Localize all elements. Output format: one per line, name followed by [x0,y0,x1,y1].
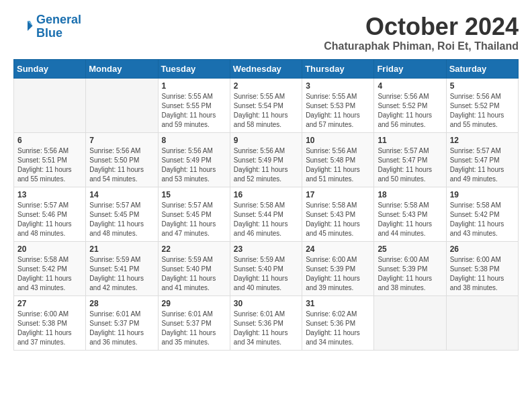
calendar-day-cell [374,295,446,350]
weekday-header-cell: Tuesday [158,59,230,78]
day-number: 13 [17,190,82,199]
calendar-day-cell: 17Sunrise: 5:58 AM Sunset: 5:43 PM Dayli… [302,187,374,241]
day-number: 9 [234,136,298,145]
calendar-week-row: 13Sunrise: 5:57 AM Sunset: 5:46 PM Dayli… [14,187,519,241]
day-info: Sunrise: 5:58 AM Sunset: 5:43 PM Dayligh… [306,201,370,238]
day-info: Sunrise: 5:56 AM Sunset: 5:51 PM Dayligh… [17,146,82,184]
calendar-day-cell: 4Sunrise: 5:56 AM Sunset: 5:52 PM Daylig… [374,78,446,132]
calendar-day-cell: 12Sunrise: 5:57 AM Sunset: 5:47 PM Dayli… [446,132,518,187]
logo-line2: Blue [36,27,81,40]
day-number: 19 [450,190,515,199]
logo: General Blue [13,13,81,40]
logo-line1: General [36,13,81,26]
calendar-day-cell: 24Sunrise: 6:00 AM Sunset: 5:39 PM Dayli… [302,241,374,295]
day-number: 2 [234,81,298,91]
day-number: 5 [450,81,515,91]
day-info: Sunrise: 5:58 AM Sunset: 5:44 PM Dayligh… [234,201,298,238]
calendar-week-row: 27Sunrise: 6:00 AM Sunset: 5:38 PM Dayli… [14,295,519,350]
day-number: 22 [162,244,226,254]
weekday-header-cell: Sunday [14,59,86,78]
calendar-day-cell: 15Sunrise: 5:57 AM Sunset: 5:45 PM Dayli… [158,187,230,241]
logo-text: General Blue [36,13,81,40]
calendar-day-cell: 20Sunrise: 5:58 AM Sunset: 5:42 PM Dayli… [14,241,86,295]
calendar-day-cell: 3Sunrise: 5:55 AM Sunset: 5:53 PM Daylig… [302,78,374,132]
day-info: Sunrise: 5:57 AM Sunset: 5:45 PM Dayligh… [89,201,154,238]
day-number: 28 [89,299,154,308]
day-number: 3 [306,81,370,91]
day-info: Sunrise: 5:55 AM Sunset: 5:53 PM Dayligh… [306,92,370,130]
calendar-week-row: 20Sunrise: 5:58 AM Sunset: 5:42 PM Dayli… [14,241,519,295]
weekday-header-cell: Thursday [302,59,374,78]
weekday-header-cell: Wednesday [230,59,302,78]
calendar-day-cell: 16Sunrise: 5:58 AM Sunset: 5:44 PM Dayli… [230,187,302,241]
day-number: 25 [378,244,442,254]
page-header: General Blue October 2024 Chaturaphak Ph… [13,13,519,52]
day-info: Sunrise: 5:56 AM Sunset: 5:52 PM Dayligh… [450,92,515,130]
day-info: Sunrise: 5:58 AM Sunset: 5:42 PM Dayligh… [450,201,515,238]
day-number: 31 [306,299,370,308]
calendar-day-cell [446,295,518,350]
calendar-day-cell: 23Sunrise: 5:59 AM Sunset: 5:40 PM Dayli… [230,241,302,295]
calendar-body: 1Sunrise: 5:55 AM Sunset: 5:55 PM Daylig… [14,78,519,350]
day-info: Sunrise: 5:55 AM Sunset: 5:54 PM Dayligh… [234,92,298,130]
calendar-day-cell: 1Sunrise: 5:55 AM Sunset: 5:55 PM Daylig… [158,78,230,132]
calendar-table: SundayMondayTuesdayWednesdayThursdayFrid… [13,59,519,351]
day-number: 15 [162,190,226,199]
day-number: 23 [234,244,298,254]
month-title: October 2024 [324,13,519,40]
day-info: Sunrise: 6:01 AM Sunset: 5:37 PM Dayligh… [162,310,226,347]
calendar-day-cell: 27Sunrise: 6:00 AM Sunset: 5:38 PM Dayli… [14,295,86,350]
day-number: 10 [306,136,370,145]
day-number: 4 [378,81,442,91]
day-number: 18 [378,190,442,199]
day-number: 20 [17,244,82,254]
day-info: Sunrise: 6:00 AM Sunset: 5:39 PM Dayligh… [378,255,442,293]
day-number: 24 [306,244,370,254]
day-info: Sunrise: 6:00 AM Sunset: 5:38 PM Dayligh… [17,310,82,347]
calendar-day-cell: 22Sunrise: 5:59 AM Sunset: 5:40 PM Dayli… [158,241,230,295]
day-info: Sunrise: 5:57 AM Sunset: 5:47 PM Dayligh… [378,146,442,184]
calendar-week-row: 1Sunrise: 5:55 AM Sunset: 5:55 PM Daylig… [14,78,519,132]
day-info: Sunrise: 6:00 AM Sunset: 5:38 PM Dayligh… [450,255,515,293]
day-number: 27 [17,299,82,308]
day-info: Sunrise: 5:56 AM Sunset: 5:50 PM Dayligh… [89,146,154,184]
day-info: Sunrise: 5:55 AM Sunset: 5:55 PM Dayligh… [162,92,226,130]
weekday-header-cell: Friday [374,59,446,78]
calendar-day-cell: 7Sunrise: 5:56 AM Sunset: 5:50 PM Daylig… [86,132,158,187]
calendar-day-cell: 2Sunrise: 5:55 AM Sunset: 5:54 PM Daylig… [230,78,302,132]
calendar-day-cell: 11Sunrise: 5:57 AM Sunset: 5:47 PM Dayli… [374,132,446,187]
day-info: Sunrise: 5:58 AM Sunset: 5:42 PM Dayligh… [17,255,82,293]
day-info: Sunrise: 6:01 AM Sunset: 5:36 PM Dayligh… [234,310,298,347]
calendar-day-cell: 26Sunrise: 6:00 AM Sunset: 5:38 PM Dayli… [446,241,518,295]
day-info: Sunrise: 5:56 AM Sunset: 5:49 PM Dayligh… [234,146,298,184]
day-number: 1 [162,81,226,91]
day-info: Sunrise: 5:57 AM Sunset: 5:47 PM Dayligh… [450,146,515,184]
day-number: 8 [162,136,226,145]
weekday-header-cell: Saturday [446,59,518,78]
calendar-day-cell: 8Sunrise: 5:56 AM Sunset: 5:49 PM Daylig… [158,132,230,187]
day-info: Sunrise: 5:57 AM Sunset: 5:46 PM Dayligh… [17,201,82,238]
day-info: Sunrise: 5:56 AM Sunset: 5:48 PM Dayligh… [306,146,370,184]
day-info: Sunrise: 5:59 AM Sunset: 5:40 PM Dayligh… [234,255,298,293]
weekday-header-cell: Monday [86,59,158,78]
day-info: Sunrise: 5:58 AM Sunset: 5:43 PM Dayligh… [378,201,442,238]
day-info: Sunrise: 5:57 AM Sunset: 5:45 PM Dayligh… [162,201,226,238]
calendar-day-cell: 28Sunrise: 6:01 AM Sunset: 5:37 PM Dayli… [86,295,158,350]
title-block: October 2024 Chaturaphak Phiman, Roi Et,… [324,13,519,52]
calendar-day-cell: 10Sunrise: 5:56 AM Sunset: 5:48 PM Dayli… [302,132,374,187]
calendar-day-cell: 18Sunrise: 5:58 AM Sunset: 5:43 PM Dayli… [374,187,446,241]
day-number: 26 [450,244,515,254]
calendar-day-cell [86,78,158,132]
day-number: 21 [89,244,154,254]
calendar-day-cell: 19Sunrise: 5:58 AM Sunset: 5:42 PM Dayli… [446,187,518,241]
calendar-day-cell: 31Sunrise: 6:02 AM Sunset: 5:36 PM Dayli… [302,295,374,350]
calendar-day-cell: 13Sunrise: 5:57 AM Sunset: 5:46 PM Dayli… [14,187,86,241]
day-number: 16 [234,190,298,199]
day-info: Sunrise: 5:56 AM Sunset: 5:52 PM Dayligh… [378,92,442,130]
calendar-day-cell: 30Sunrise: 6:01 AM Sunset: 5:36 PM Dayli… [230,295,302,350]
calendar-day-cell: 6Sunrise: 5:56 AM Sunset: 5:51 PM Daylig… [14,132,86,187]
weekday-header-row: SundayMondayTuesdayWednesdayThursdayFrid… [14,59,519,78]
calendar-day-cell: 29Sunrise: 6:01 AM Sunset: 5:37 PM Dayli… [158,295,230,350]
day-number: 7 [89,136,154,145]
day-number: 29 [162,299,226,308]
